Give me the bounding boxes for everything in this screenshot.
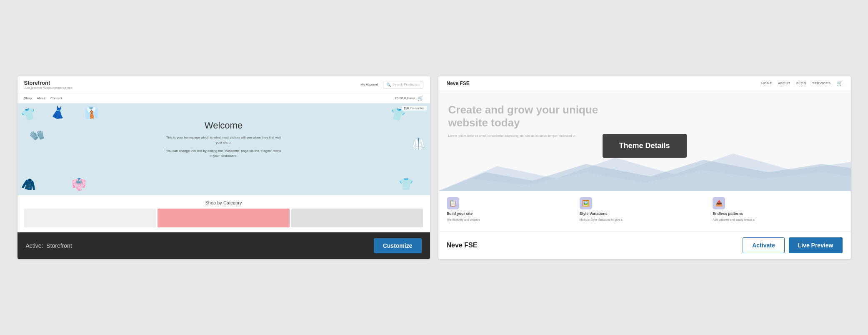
sf-shop-section: Shop by Category xyxy=(18,195,430,232)
active-label: Active: xyxy=(26,242,43,249)
sf-category-1[interactable] xyxy=(24,209,156,227)
clothes-decoration-7: 👘 xyxy=(72,177,86,191)
neve-theme-details-overlay[interactable]: Theme Details xyxy=(602,133,686,157)
neve-logo: Neve FSE xyxy=(447,81,470,86)
neve-cart-icon[interactable]: 🛒 xyxy=(837,81,843,86)
neve-feature-style-desc: Multiple Style Variations to give a xyxy=(580,218,623,222)
neve-feature-style-title: Style Variations xyxy=(580,212,608,216)
live-preview-button[interactable]: Live Preview xyxy=(789,237,843,253)
neve-nav-blog[interactable]: BLOG xyxy=(796,81,806,85)
cart-icon[interactable]: 🛒 xyxy=(418,96,423,101)
sf-cart-text: £0.00 0 items xyxy=(395,96,415,100)
clothes-decoration-2: 👗 xyxy=(50,104,66,121)
clothes-decoration-5: 🥼 xyxy=(411,137,426,151)
sf-category-3[interactable] xyxy=(291,209,423,227)
neve-feature-patterns-title: Endless patterns xyxy=(713,212,743,216)
sf-search-box[interactable]: 🔍 Search Products... xyxy=(383,81,423,88)
neve-feature-build-title: Build your site xyxy=(447,212,473,216)
neve-nav: HOME ABOUT BLOG SERVICES 🛒 xyxy=(761,81,843,86)
sf-hero-title: Welcome xyxy=(30,120,418,131)
storefront-theme-footer: Active: Storefront Customize xyxy=(18,232,430,259)
storefront-name: Storefront xyxy=(46,242,72,249)
customize-button[interactable]: Customize xyxy=(374,238,422,253)
neve-feature-patterns: 📤 Endless patterns Add patterns and easi… xyxy=(713,197,842,222)
neve-hero: Create and grow your unique website toda… xyxy=(438,91,851,191)
sf-logo-area: Storefront Just another WooCommerce site xyxy=(24,80,73,90)
sf-category-grid xyxy=(24,209,423,227)
sf-cart-area: £0.00 0 items 🛒 xyxy=(395,96,423,101)
themes-container: Storefront Just another WooCommerce site… xyxy=(18,76,851,259)
neve-feature-build: 📋 Build your site The flexibility and cr… xyxy=(447,197,576,222)
neve-feature-style: 🖼️ Style Variations Multiple Style Varia… xyxy=(580,197,709,222)
sf-hero-text1: This is your homepage which is what most… xyxy=(165,135,282,145)
patterns-icon: 📤 xyxy=(713,197,725,209)
sf-nav-links: Shop About Contact xyxy=(24,96,62,100)
style-icon: 🖼️ xyxy=(580,197,592,209)
neve-features: 📋 Build your site The flexibility and cr… xyxy=(438,191,851,226)
build-icon: 📋 xyxy=(447,197,459,209)
sf-my-account-link[interactable]: My Account xyxy=(360,83,378,86)
neve-theme-card: Neve FSE HOME ABOUT BLOG SERVICES 🛒 Crea… xyxy=(438,76,851,259)
sf-hero-text2: You can change this text by editing the … xyxy=(165,149,282,159)
sf-logo-title: Storefront xyxy=(24,80,73,86)
neve-nav-services[interactable]: SERVICES xyxy=(812,81,830,85)
neve-nav-home[interactable]: HOME xyxy=(761,81,772,85)
neve-nav-about[interactable]: ABOUT xyxy=(778,81,790,85)
sf-hero-content: Welcome This is your homepage which is w… xyxy=(30,120,418,159)
sf-nav-shop[interactable]: Shop xyxy=(24,96,32,100)
clothes-decoration-6: 🧥 xyxy=(20,176,37,192)
neve-theme-details-text: Theme Details xyxy=(619,141,670,150)
storefront-preview: Storefront Just another WooCommerce site… xyxy=(18,76,430,232)
sf-shop-title: Shop by Category xyxy=(24,200,423,205)
sf-header-right: My Account 🔍 Search Products... xyxy=(360,81,423,88)
sf-logo-sub: Just another WooCommerce site xyxy=(24,86,73,90)
search-icon: 🔍 xyxy=(386,83,391,87)
sf-nav-about[interactable]: About xyxy=(37,96,45,100)
sf-hero: Edit this section 👕 👗 👔 👕 🥼 🧥 👘 👕 🧤 Welc… xyxy=(18,103,430,195)
storefront-active-label: Active: Storefront xyxy=(26,242,72,249)
neve-feature-patterns-desc: Add patterns and easily create a xyxy=(713,218,754,222)
clothes-decoration-8: 👕 xyxy=(399,177,413,191)
activate-button[interactable]: Activate xyxy=(743,237,784,253)
sf-category-2[interactable] xyxy=(158,209,290,227)
clothes-decoration-3: 👔 xyxy=(83,105,99,120)
sf-nav-contact[interactable]: Contact xyxy=(50,96,62,100)
neve-hero-title: Create and grow your unique website toda… xyxy=(448,103,607,129)
neve-theme-name: Neve FSE xyxy=(447,242,478,249)
sf-nav: Shop About Contact £0.00 0 items 🛒 xyxy=(18,93,430,103)
neve-card-footer: Neve FSE Activate Live Preview xyxy=(438,231,851,259)
neve-header: Neve FSE HOME ABOUT BLOG SERVICES 🛒 xyxy=(438,76,851,91)
neve-footer-buttons: Activate Live Preview xyxy=(743,237,842,253)
neve-preview: Neve FSE HOME ABOUT BLOG SERVICES 🛒 Crea… xyxy=(438,76,851,231)
sf-header-top: Storefront Just another WooCommerce site… xyxy=(18,76,430,93)
neve-hero-desc: Lorem ipsum dolor sit amet, consectetur … xyxy=(448,133,590,138)
storefront-theme-card: Storefront Just another WooCommerce site… xyxy=(18,76,430,259)
neve-feature-build-desc: The flexibility and creative xyxy=(447,218,480,222)
sf-search-placeholder: Search Products... xyxy=(393,83,420,86)
